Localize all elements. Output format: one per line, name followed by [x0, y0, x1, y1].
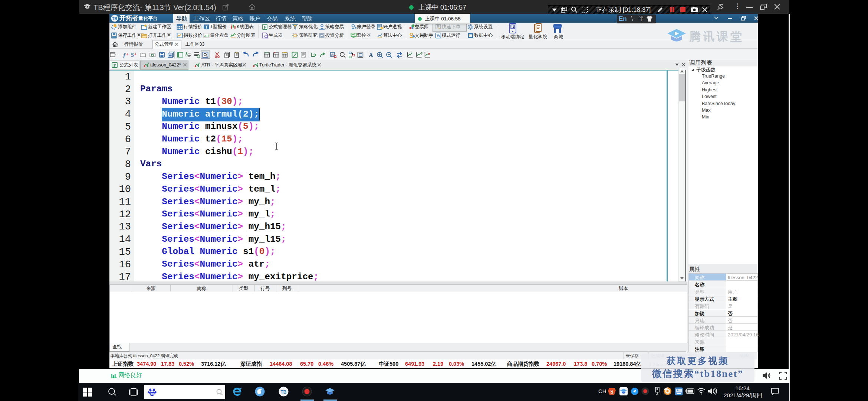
svg-text:+: + — [126, 52, 128, 56]
svg-text:A: A — [369, 52, 373, 58]
svg-text:S: S — [131, 52, 134, 58]
svg-text:TB: TB — [112, 16, 118, 21]
svg-text:%: % — [437, 33, 440, 38]
svg-text:f: f — [124, 52, 126, 58]
svg-text:?: ? — [421, 52, 423, 55]
svg-text:+: + — [134, 52, 137, 56]
svg-text:F: F — [114, 63, 116, 68]
svg-text:fx: fx — [331, 53, 334, 56]
svg-text:F: F — [264, 25, 266, 29]
